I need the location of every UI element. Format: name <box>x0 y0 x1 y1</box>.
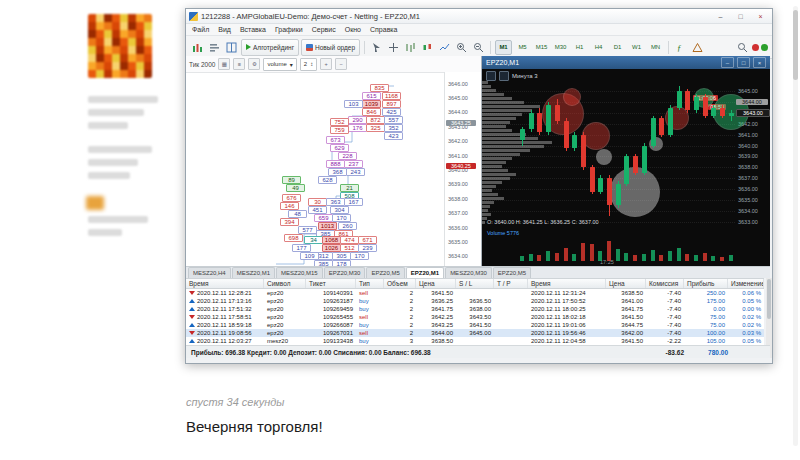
chart-tab-3[interactable]: EPZ20,M30 <box>324 267 366 278</box>
cluster-chart-panel[interactable]: Тик 2000 ▦ ≡ ⚙ volume ▾ 2 ↕ + − 83511688… <box>186 56 482 266</box>
cluster-cell: 352 <box>384 124 403 132</box>
table-row[interactable]: 2020.12.11 17:13:16epz20109263187buy2363… <box>186 297 764 305</box>
chart-tool-icon[interactable] <box>486 71 496 81</box>
timeframe-mn[interactable]: MN <box>647 40 664 55</box>
table-row[interactable]: 2020.12.11 18:59:18epz20109266087buy2364… <box>186 321 764 329</box>
close-button[interactable]: × <box>752 11 769 22</box>
objects-icon[interactable] <box>690 40 705 55</box>
chart-tab-2[interactable]: MESZ20,M15 <box>276 267 323 278</box>
minus-icon[interactable]: − <box>335 58 347 70</box>
cluster-cell: 659 <box>314 214 333 222</box>
column-header-0[interactable]: Время <box>186 279 264 288</box>
table-row[interactable]: 2020.12.11 12:28:21epz20109140391sell236… <box>186 289 764 297</box>
chart-tab-0[interactable]: MESZ20,H4 <box>188 267 231 278</box>
cursor-icon[interactable] <box>369 40 384 55</box>
line-chart-icon[interactable] <box>437 40 452 55</box>
column-header-7[interactable]: T / P <box>494 279 528 288</box>
page-scrollbar[interactable] <box>793 6 798 446</box>
menu-item-0[interactable]: Файл <box>192 26 209 33</box>
chart-tab-7[interactable]: EPZ20,M5 <box>493 267 531 278</box>
table-row[interactable]: 2020.12.11 17:51:32epz20109269459buy2364… <box>186 305 764 313</box>
redacted-text-line <box>88 229 122 236</box>
timeframe-m5[interactable]: M5 <box>514 40 531 55</box>
history-totals-row: Прибыль: 696.38 Кредит: 0.00 Депозит: 0.… <box>186 345 770 358</box>
volume-profile-bar <box>482 173 516 176</box>
timeframe-d1[interactable]: D1 <box>609 40 626 55</box>
chart-tool-icon[interactable] <box>499 71 509 81</box>
chart-profile-icon[interactable] <box>207 40 222 55</box>
column-header-11[interactable]: Прибыль <box>684 279 728 288</box>
volume-profile-bar <box>482 117 516 120</box>
chart-close-button[interactable]: × <box>753 57 766 68</box>
plus-icon[interactable]: + <box>320 58 332 70</box>
cell-объем: 3 <box>384 338 416 344</box>
title-bar: 1212288 - AMPGlobalEU-Demo: Демо-счет - … <box>186 9 772 24</box>
grid-icon[interactable]: ▦ <box>218 58 230 70</box>
cluster-cell: 752 <box>330 118 349 126</box>
layers-icon[interactable]: ≡ <box>233 58 245 70</box>
candle-plot[interactable]: Минута 3 21:08:06 08:53 O: 3640.00 H: 36… <box>482 69 770 266</box>
redacted-text-line <box>88 159 138 166</box>
chart-tab-1[interactable]: MESZ20,M1 <box>232 267 275 278</box>
timeframe-w1[interactable]: W1 <box>628 40 645 55</box>
timeframe-h1[interactable]: H1 <box>571 40 588 55</box>
indicators-icon[interactable]: ƒ <box>673 40 688 55</box>
chart-minimize-button[interactable]: – <box>721 57 734 68</box>
column-header-6[interactable]: S / L <box>456 279 494 288</box>
timeframe-m30[interactable]: M30 <box>552 40 569 55</box>
candle-chart-icon[interactable] <box>420 40 435 55</box>
cluster-scale-stepper[interactable]: 2 ↕ <box>300 58 317 71</box>
cluster-cell: 872 <box>366 116 385 124</box>
new-order-button[interactable]: Новый ордер <box>301 39 360 56</box>
menu-item-2[interactable]: Вставка <box>240 26 266 33</box>
column-header-2[interactable]: Тикет <box>306 279 356 288</box>
zoom-out-icon[interactable] <box>471 40 486 55</box>
table-row[interactable]: 2020.12.11 19:08:56epz20109267031sell236… <box>186 329 764 337</box>
chart-restore-button[interactable]: □ <box>737 57 750 68</box>
table-scrollbar-thumb[interactable] <box>767 279 771 319</box>
bar-chart-icon[interactable] <box>403 40 418 55</box>
chart-window-header[interactable]: EPZ20,M1 – □ × <box>482 56 770 69</box>
candle-chart-panel[interactable]: EPZ20,M1 – □ × Минута 3 21:08:06 08:53 O… <box>482 56 770 266</box>
search-icon[interactable] <box>735 40 750 55</box>
maximize-button[interactable]: □ <box>732 11 749 22</box>
menu-item-1[interactable]: Вид <box>218 26 231 33</box>
column-header-5[interactable]: Цена <box>416 279 456 288</box>
window-layout-icon[interactable] <box>224 40 239 55</box>
menu-item-3[interactable]: Графики <box>275 26 303 33</box>
cell-объем: 2 <box>384 290 416 296</box>
cluster-mode-dropdown[interactable]: volume ▾ <box>263 58 296 71</box>
timeframe-m15[interactable]: M15 <box>533 40 550 55</box>
chart-tab-5[interactable]: EPZ20,M1 <box>406 267 444 278</box>
new-chart-icon[interactable] <box>190 40 205 55</box>
cell-цена: 3641.00 <box>606 298 646 304</box>
settings-icon[interactable]: ⚙ <box>248 58 260 70</box>
table-row[interactable]: 2020.12.11 17:58:51epz20109265455sell236… <box>186 313 764 321</box>
column-header-9[interactable]: Цена <box>606 279 646 288</box>
crosshair-icon[interactable] <box>386 40 401 55</box>
avatar-pixel <box>136 62 144 70</box>
page-scrollbar-thumb[interactable] <box>793 10 798 80</box>
menu-item-4[interactable]: Сервис <box>312 26 336 33</box>
column-header-8[interactable]: Время <box>528 279 606 288</box>
column-header-1[interactable]: Символ <box>264 279 306 288</box>
chart-tab-4[interactable]: EPZ20,M5 <box>366 267 404 278</box>
column-header-10[interactable]: Комиссия <box>646 279 684 288</box>
timeframe-h4[interactable]: H4 <box>590 40 607 55</box>
cluster-cell: 451 <box>308 206 327 214</box>
timeframe-m1[interactable]: M1 <box>495 40 512 55</box>
avatar-pixel <box>112 62 120 70</box>
algo-trading-button[interactable]: Алготрейдинг <box>241 39 299 56</box>
table-row[interactable]: 2020.12.11 12:03:27mesz20109133438buy336… <box>186 337 764 345</box>
menu-item-5[interactable]: Окно <box>345 26 361 33</box>
cluster-plot[interactable]: 8351168897425615103984610329017687232555… <box>186 72 445 266</box>
candle-wick <box>731 110 732 121</box>
column-header-3[interactable]: Тип <box>356 279 384 288</box>
zoom-in-icon[interactable] <box>454 40 469 55</box>
column-header-4[interactable]: Объем <box>384 279 416 288</box>
avatar-pixel <box>128 62 136 70</box>
column-header-12[interactable]: Изменение <box>728 279 764 288</box>
minimize-button[interactable]: – <box>712 11 729 22</box>
chart-tab-6[interactable]: MESZ20,M30 <box>445 267 492 278</box>
menu-item-6[interactable]: Справка <box>370 26 397 33</box>
